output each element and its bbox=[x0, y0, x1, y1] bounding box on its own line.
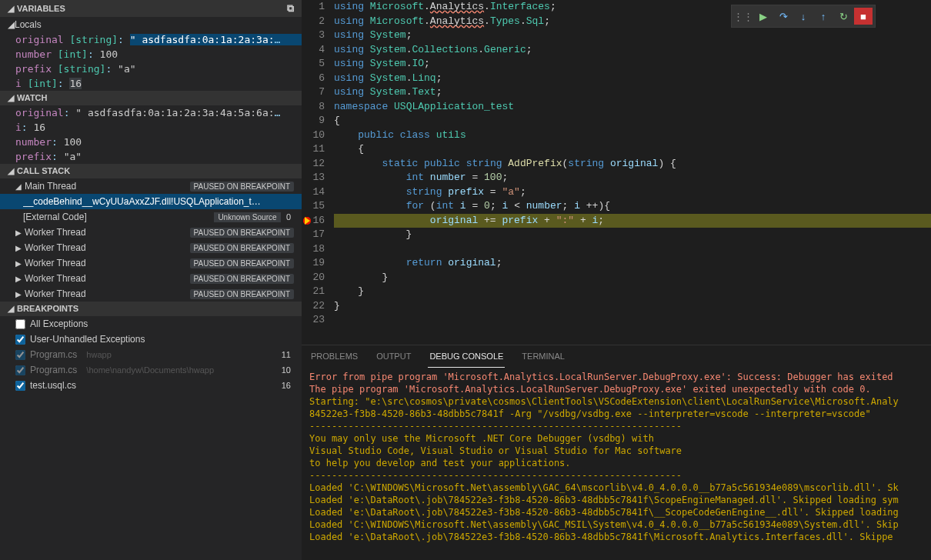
step-over-icon: ↷ bbox=[779, 11, 788, 22]
code-line[interactable]: using System; bbox=[334, 28, 931, 43]
debug-console[interactable]: Error from pipe program 'Microsoft.Analy… bbox=[302, 368, 931, 560]
code-line[interactable]: } bbox=[334, 285, 931, 299]
code-line[interactable]: using System.Collections.Generic; bbox=[334, 43, 931, 58]
callstack-thread-worker[interactable]: ▶Worker ThreadPAUSED ON BREAKPOINT bbox=[0, 255, 302, 271]
step-over-button[interactable]: ↷ bbox=[774, 8, 793, 25]
code-line[interactable]: string prefix = "a"; bbox=[334, 185, 931, 200]
step-into-icon: ↓ bbox=[801, 11, 806, 22]
chevron-down-icon: ◢ bbox=[8, 304, 14, 314]
breakpoint-checkbox[interactable] bbox=[15, 319, 25, 329]
code-line[interactable]: { bbox=[334, 142, 931, 157]
code-line[interactable]: { bbox=[334, 114, 931, 128]
variables-title: VARIABLES bbox=[17, 4, 65, 13]
code-line[interactable]: original += prefix + ":" + i; bbox=[334, 214, 931, 228]
callstack-frame[interactable]: __codeBehind__wCyUUaAxxZJF.dll!USQLAppli… bbox=[0, 194, 302, 209]
breakpoint-row[interactable]: test.usql.cs16 bbox=[0, 378, 302, 393]
panel-tab-problems[interactable]: PROBLEMS bbox=[309, 345, 359, 368]
code-line[interactable]: } bbox=[334, 228, 931, 242]
watch-row[interactable]: prefix: "a" bbox=[0, 149, 302, 164]
step-out-button[interactable]: ↑ bbox=[814, 8, 833, 25]
chevron-down-icon: ◢ bbox=[8, 166, 14, 176]
breakpoint-checkbox[interactable] bbox=[15, 335, 25, 345]
restart-button[interactable]: ↻ bbox=[834, 8, 853, 25]
callstack-header[interactable]: ◢CALL STACK bbox=[0, 164, 302, 178]
variable-row[interactable]: number [int]: 100 bbox=[0, 47, 302, 62]
variable-row[interactable]: i [int]: 16 bbox=[0, 76, 302, 91]
step-into-button[interactable]: ↓ bbox=[794, 8, 813, 25]
paused-badge: PAUSED ON BREAKPOINT bbox=[190, 182, 294, 192]
code-line[interactable]: for (int i = 0; i < number; i ++){ bbox=[334, 199, 931, 214]
panel-tab-terminal[interactable]: TERMINAL bbox=[520, 345, 566, 368]
variable-row[interactable]: prefix [string]: "a" bbox=[0, 62, 302, 76]
line-gutter: 1234567891011121314151617181920212223 bbox=[302, 0, 334, 345]
console-line: Visual Studio Code, Visual Studio or Vis… bbox=[309, 445, 923, 457]
code-line[interactable]: using System.IO; bbox=[334, 57, 931, 72]
console-line: ----------------------------------------… bbox=[309, 420, 923, 432]
play-icon: ▶ bbox=[759, 11, 767, 22]
collapse-all-icon[interactable]: ⧉ bbox=[287, 2, 294, 15]
breakpoint-row[interactable]: All Exceptions bbox=[0, 316, 302, 332]
code-line[interactable]: using System.Text; bbox=[334, 85, 931, 100]
code-line[interactable]: public class utils bbox=[334, 128, 931, 143]
chevron-down-icon: ◢ bbox=[8, 19, 15, 30]
console-line: Loaded 'e:\DataRoot\.job\784522e3-f3b8-4… bbox=[309, 494, 923, 506]
drag-handle-icon[interactable]: ⋮⋮ bbox=[734, 8, 752, 25]
callstack-frame[interactable]: [External Code]Unknown Source 0 bbox=[0, 209, 302, 225]
current-line-arrow-icon bbox=[305, 217, 310, 225]
callstack-thread-main[interactable]: ◢Main Thread PAUSED ON BREAKPOINT bbox=[0, 178, 302, 194]
code-line[interactable]: } bbox=[334, 299, 931, 314]
code-line[interactable]: return original; bbox=[334, 256, 931, 271]
console-line: ----------------------------------------… bbox=[309, 469, 923, 482]
chevron-down-icon: ◢ bbox=[15, 182, 22, 191]
console-line: Loaded 'e:\DataRoot\.job\784522e3-f3b8-4… bbox=[309, 531, 923, 543]
code-line[interactable]: namespace USQLApplication_test bbox=[334, 100, 931, 115]
breakpoint-checkbox[interactable] bbox=[15, 365, 25, 375]
breakpoints-header[interactable]: ◢BREAKPOINTS bbox=[0, 302, 302, 316]
code-line[interactable]: } bbox=[334, 271, 931, 285]
breakpoint-row[interactable]: Program.cshwapp11 bbox=[0, 347, 302, 362]
panel-tabs: PROBLEMSOUTPUTDEBUG CONSOLETERMINAL bbox=[302, 345, 931, 368]
console-line: Error from pipe program 'Microsoft.Analy… bbox=[309, 371, 923, 383]
code-line[interactable] bbox=[334, 313, 931, 328]
breakpoint-checkbox[interactable] bbox=[15, 350, 25, 360]
watch-row[interactable]: i: 16 bbox=[0, 120, 302, 135]
callstack-thread-worker[interactable]: ▶Worker ThreadPAUSED ON BREAKPOINT bbox=[0, 240, 302, 255]
breakpoint-row[interactable]: User-Unhandled Exceptions bbox=[0, 332, 302, 347]
panel-tab-output[interactable]: OUTPUT bbox=[375, 345, 412, 368]
watch-row[interactable]: original: " asdfasdfa:0a:1a:2a:3a:4a:5a:… bbox=[0, 105, 302, 120]
chevron-down-icon: ◢ bbox=[8, 4, 14, 14]
code-line[interactable]: using System.Linq; bbox=[334, 72, 931, 86]
debug-toolbar[interactable]: ⋮⋮ ▶ ↷ ↓ ↑ ↻ ■ bbox=[731, 5, 876, 28]
callstack-title: CALL STACK bbox=[17, 166, 70, 175]
code-content[interactable]: using Microsoft.Analytics.Interfaces;usi… bbox=[334, 0, 931, 345]
continue-button[interactable]: ▶ bbox=[754, 8, 772, 25]
panel-tab-debug-console[interactable]: DEBUG CONSOLE bbox=[428, 345, 505, 368]
breakpoint-row[interactable]: Program.cs\home\nandyw\Documents\hwapp10 bbox=[0, 362, 302, 378]
console-line: Loaded 'C:\WINDOWS\Microsoft.Net\assembl… bbox=[309, 482, 923, 494]
breakpoint-checkbox[interactable] bbox=[15, 381, 25, 391]
locals-header[interactable]: ◢Locals bbox=[0, 17, 302, 32]
chevron-down-icon: ◢ bbox=[8, 93, 14, 103]
callstack-thread-worker[interactable]: ▶Worker ThreadPAUSED ON BREAKPOINT bbox=[0, 225, 302, 240]
stop-button[interactable]: ■ bbox=[854, 8, 873, 25]
variable-row[interactable]: original [string]: " asdfasdfa:0a:1a:2a:… bbox=[0, 32, 302, 47]
breakpoints-title: BREAKPOINTS bbox=[17, 304, 78, 313]
callstack-thread-worker[interactable]: ▶Worker ThreadPAUSED ON BREAKPOINT bbox=[0, 286, 302, 302]
code-line[interactable]: int number = 100; bbox=[334, 171, 931, 185]
watch-header[interactable]: ◢WATCH bbox=[0, 91, 302, 105]
main-area: 1234567891011121314151617181920212223 us… bbox=[302, 0, 931, 560]
debug-sidebar: ◢VARIABLES ⧉ ◢Locals original [string]: … bbox=[0, 0, 302, 560]
restart-icon: ↻ bbox=[839, 11, 848, 22]
console-line: 84522e3-f3b8-4520-86b3-48dbb5c7841f -Arg… bbox=[309, 408, 923, 420]
console-line: The pipe program 'Microsoft.Analytics.Lo… bbox=[309, 383, 923, 395]
console-line: to help you develop and test your applic… bbox=[309, 457, 923, 469]
watch-row[interactable]: number: 100 bbox=[0, 135, 302, 149]
step-out-icon: ↑ bbox=[821, 11, 826, 22]
code-editor[interactable]: 1234567891011121314151617181920212223 us… bbox=[302, 0, 931, 345]
code-line[interactable] bbox=[334, 242, 931, 257]
callstack-thread-worker[interactable]: ▶Worker ThreadPAUSED ON BREAKPOINT bbox=[0, 271, 302, 286]
code-line[interactable]: static public string AddPrefix(string or… bbox=[334, 157, 931, 172]
console-line: Loaded 'C:\WINDOWS\Microsoft.Net\assembl… bbox=[309, 518, 923, 531]
variables-header[interactable]: ◢VARIABLES ⧉ bbox=[0, 0, 302, 17]
console-line: Loaded 'e:\DataRoot\.job\784522e3-f3b8-4… bbox=[309, 506, 923, 518]
